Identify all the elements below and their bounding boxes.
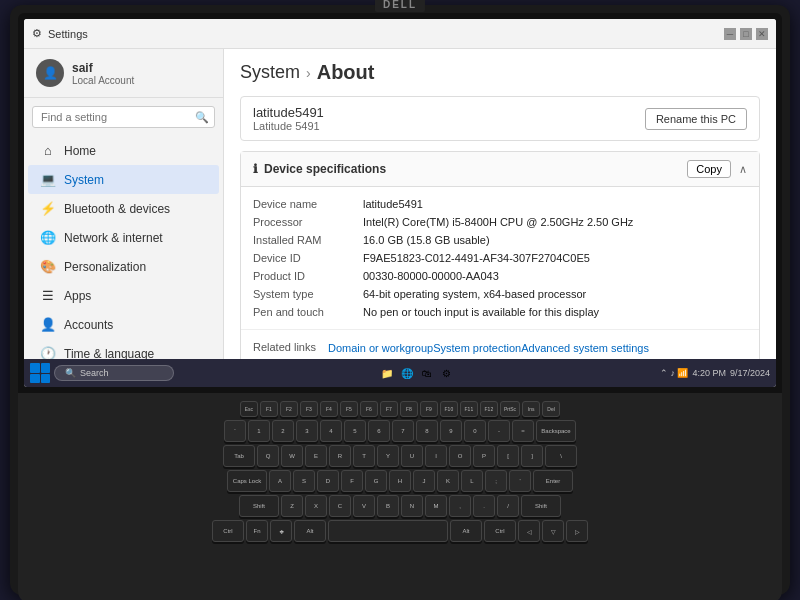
- key-f1[interactable]: F1: [260, 401, 278, 417]
- key-t[interactable]: T: [353, 445, 375, 467]
- key-l[interactable]: L: [461, 470, 483, 492]
- key-a[interactable]: A: [269, 470, 291, 492]
- key-semicolon[interactable]: ;: [485, 470, 507, 492]
- key-y[interactable]: Y: [377, 445, 399, 467]
- key-s[interactable]: S: [293, 470, 315, 492]
- copy-specs-button[interactable]: Copy: [687, 160, 731, 178]
- key-p[interactable]: P: [473, 445, 495, 467]
- key-enter[interactable]: Enter: [533, 470, 573, 492]
- related-link[interactable]: System protection: [433, 342, 521, 354]
- key-f10[interactable]: F10: [440, 401, 458, 417]
- key-h[interactable]: H: [389, 470, 411, 492]
- sidebar-item-network[interactable]: 🌐Network & internet: [28, 223, 219, 252]
- search-input[interactable]: [32, 106, 215, 128]
- key-lctrl[interactable]: Ctrl: [212, 520, 244, 542]
- sidebar-item-system[interactable]: 💻System: [28, 165, 219, 194]
- taskbar-search[interactable]: 🔍 Search: [54, 365, 174, 381]
- key-f9[interactable]: F9: [420, 401, 438, 417]
- key-c[interactable]: C: [329, 495, 351, 517]
- key-e[interactable]: E: [305, 445, 327, 467]
- key-comma[interactable]: ,: [449, 495, 471, 517]
- minimize-button[interactable]: ─: [724, 28, 736, 40]
- key-rctrl[interactable]: Ctrl: [484, 520, 516, 542]
- key-q[interactable]: Q: [257, 445, 279, 467]
- collapse-specs-icon[interactable]: ∧: [739, 163, 747, 176]
- key-backtick[interactable]: `: [224, 420, 246, 442]
- key-delete[interactable]: Del: [542, 401, 560, 417]
- sidebar-item-bluetooth[interactable]: ⚡Bluetooth & devices: [28, 194, 219, 223]
- key-0[interactable]: 0: [464, 420, 486, 442]
- key-lbracket[interactable]: [: [497, 445, 519, 467]
- key-3[interactable]: 3: [296, 420, 318, 442]
- key-slash[interactable]: /: [497, 495, 519, 517]
- key-1[interactable]: 1: [248, 420, 270, 442]
- key-ralt[interactable]: Alt: [450, 520, 482, 542]
- key-w[interactable]: W: [281, 445, 303, 467]
- key-9[interactable]: 9: [440, 420, 462, 442]
- key-k[interactable]: K: [437, 470, 459, 492]
- key-f2[interactable]: F2: [280, 401, 298, 417]
- key-5[interactable]: 5: [344, 420, 366, 442]
- rename-pc-button[interactable]: Rename this PC: [645, 108, 747, 130]
- key-j[interactable]: J: [413, 470, 435, 492]
- key-right-arrow[interactable]: ▷: [566, 520, 588, 542]
- key-f[interactable]: F: [341, 470, 363, 492]
- taskbar-settings-icon[interactable]: ⚙: [439, 365, 455, 381]
- key-f12[interactable]: F12: [480, 401, 498, 417]
- key-esc[interactable]: Esc: [240, 401, 258, 417]
- related-link[interactable]: Advanced system settings: [521, 342, 649, 354]
- taskbar-edge-icon[interactable]: 🌐: [399, 365, 415, 381]
- key-tab[interactable]: Tab: [223, 445, 255, 467]
- key-f6[interactable]: F6: [360, 401, 378, 417]
- sidebar-item-personalization[interactable]: 🎨Personalization: [28, 252, 219, 281]
- key-o[interactable]: O: [449, 445, 471, 467]
- key-4[interactable]: 4: [320, 420, 342, 442]
- key-insert[interactable]: Ins: [522, 401, 540, 417]
- key-rshift[interactable]: Shift: [521, 495, 561, 517]
- key-m[interactable]: M: [425, 495, 447, 517]
- key-f7[interactable]: F7: [380, 401, 398, 417]
- key-backspace[interactable]: Backspace: [536, 420, 576, 442]
- key-g[interactable]: G: [365, 470, 387, 492]
- key-prtscr[interactable]: PrtSc: [500, 401, 520, 417]
- key-f11[interactable]: F11: [460, 401, 478, 417]
- key-6[interactable]: 6: [368, 420, 390, 442]
- key-r[interactable]: R: [329, 445, 351, 467]
- key-period[interactable]: .: [473, 495, 495, 517]
- key-f8[interactable]: F8: [400, 401, 418, 417]
- key-windows[interactable]: ❖: [270, 520, 292, 542]
- key-f5[interactable]: F5: [340, 401, 358, 417]
- key-space[interactable]: [328, 520, 448, 542]
- start-button[interactable]: [30, 363, 50, 383]
- sidebar-item-time[interactable]: 🕐Time & language: [28, 339, 219, 359]
- key-b[interactable]: B: [377, 495, 399, 517]
- key-d[interactable]: D: [317, 470, 339, 492]
- key-minus[interactable]: -: [488, 420, 510, 442]
- taskbar-explorer-icon[interactable]: 📁: [379, 365, 395, 381]
- key-z[interactable]: Z: [281, 495, 303, 517]
- key-i[interactable]: I: [425, 445, 447, 467]
- sidebar-item-accounts[interactable]: 👤Accounts: [28, 310, 219, 339]
- key-left-arrow[interactable]: ◁: [518, 520, 540, 542]
- sidebar-item-apps[interactable]: ☰Apps: [28, 281, 219, 310]
- key-f4[interactable]: F4: [320, 401, 338, 417]
- sidebar-item-home[interactable]: ⌂Home: [28, 136, 219, 165]
- maximize-button[interactable]: □: [740, 28, 752, 40]
- close-button[interactable]: ✕: [756, 28, 768, 40]
- key-rbracket[interactable]: ]: [521, 445, 543, 467]
- key-lalt[interactable]: Alt: [294, 520, 326, 542]
- key-lshift[interactable]: Shift: [239, 495, 279, 517]
- key-fn[interactable]: Fn: [246, 520, 268, 542]
- taskbar-store-icon[interactable]: 🛍: [419, 365, 435, 381]
- key-2[interactable]: 2: [272, 420, 294, 442]
- related-link[interactable]: Domain or workgroup: [328, 342, 433, 354]
- key-v[interactable]: V: [353, 495, 375, 517]
- key-x[interactable]: X: [305, 495, 327, 517]
- key-7[interactable]: 7: [392, 420, 414, 442]
- key-f3[interactable]: F3: [300, 401, 318, 417]
- key-quote[interactable]: ': [509, 470, 531, 492]
- key-n[interactable]: N: [401, 495, 423, 517]
- key-capslock[interactable]: Caps Lock: [227, 470, 267, 492]
- key-equals[interactable]: =: [512, 420, 534, 442]
- key-backslash[interactable]: \: [545, 445, 577, 467]
